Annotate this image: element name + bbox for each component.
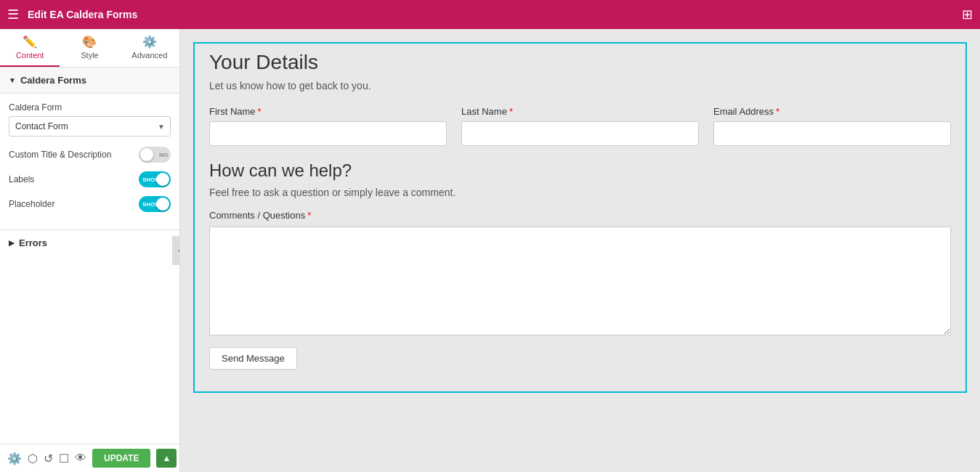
caldera-forms-section-content: Caldera Form Contact Form Another Form C… xyxy=(0,94,179,229)
custom-title-toggle-row: Custom Title & Description NO xyxy=(9,147,171,163)
first-name-label: First Name* xyxy=(209,106,447,117)
custom-title-label: Custom Title & Description xyxy=(9,150,111,160)
fields-row-top: First Name* Last Name* Email Address* xyxy=(209,106,951,146)
comments-textarea[interactable] xyxy=(209,227,951,335)
sidebar-tabs: ✏️ Content 🎨 Style ⚙️ Advanced xyxy=(0,29,179,68)
caldera-forms-section-title: Caldera Forms xyxy=(20,75,86,86)
content-icon: ✏️ xyxy=(23,35,37,49)
tab-style-label: Style xyxy=(81,51,98,60)
errors-section-title: Errors xyxy=(19,237,47,248)
email-required: * xyxy=(776,106,779,117)
labels-label: Labels xyxy=(9,174,34,184)
placeholder-toggle[interactable]: SHOW xyxy=(139,196,171,212)
labels-toggle[interactable]: SHOW xyxy=(139,171,171,187)
preview-icon[interactable]: 👁 xyxy=(75,452,86,465)
sidebar: ✏️ Content 🎨 Style ⚙️ Advanced ▼ Caldera… xyxy=(0,29,180,472)
first-name-group: First Name* xyxy=(209,106,447,146)
custom-title-toggle[interactable]: NO xyxy=(139,147,171,163)
comments-required: * xyxy=(307,210,311,221)
tab-advanced[interactable]: ⚙️ Advanced xyxy=(120,29,179,67)
last-name-group: Last Name* xyxy=(461,106,699,146)
hamburger-icon[interactable]: ☰ xyxy=(7,7,19,23)
email-label: Email Address* xyxy=(713,106,951,117)
last-name-label: Last Name* xyxy=(461,106,699,117)
last-name-input[interactable] xyxy=(461,121,699,146)
errors-section-header[interactable]: ▶ Errors xyxy=(0,229,179,256)
tab-advanced-label: Advanced xyxy=(131,51,167,60)
tab-content[interactable]: ✏️ Content xyxy=(0,29,60,67)
last-name-required: * xyxy=(509,106,513,117)
update-arrow-button[interactable]: ▲ xyxy=(156,449,177,468)
main-layout: ✏️ Content 🎨 Style ⚙️ Advanced ▼ Caldera… xyxy=(0,29,980,472)
your-details-title: Your Details xyxy=(209,51,951,74)
caldera-form-group: Caldera Form Contact Form Another Form xyxy=(9,102,171,137)
update-button[interactable]: UPDATE xyxy=(92,449,150,468)
labels-toggle-row: Labels SHOW xyxy=(9,171,171,187)
send-message-button[interactable]: Send Message xyxy=(209,347,297,370)
history-icon[interactable]: ↺ xyxy=(44,452,53,465)
caldera-form-select[interactable]: Contact Form Another Form xyxy=(9,116,171,137)
tab-style[interactable]: 🎨 Style xyxy=(60,29,119,67)
sidebar-collapse-handle[interactable]: ‹ xyxy=(172,236,180,265)
layers-icon[interactable]: ⬡ xyxy=(28,452,38,465)
settings-icon[interactable]: ⚙️ xyxy=(7,452,22,465)
collapse-arrow-icon: ▼ xyxy=(9,76,16,84)
first-name-required: * xyxy=(258,106,262,117)
top-bar: ☰ Edit EA Caldera Forms ⊞ xyxy=(0,0,980,29)
placeholder-toggle-row: Placeholder SHOW xyxy=(9,196,171,212)
custom-title-toggle-text: NO xyxy=(159,152,168,158)
sidebar-footer: ⚙️ ⬡ ↺ ☐ 👁 UPDATE ▲ xyxy=(0,444,179,472)
how-can-title: How can we help? xyxy=(209,160,951,181)
top-bar-title: Edit EA Caldera Forms xyxy=(28,9,953,20)
preview-area: Your Details Let us know how to get back… xyxy=(180,29,980,472)
your-details-description: Let us know how to get back to you. xyxy=(209,80,951,91)
comments-label: Comments / Questions* xyxy=(209,210,951,221)
caldera-form-select-wrapper: Contact Form Another Form xyxy=(9,116,171,137)
custom-title-toggle-knob xyxy=(140,148,153,161)
grid-icon[interactable]: ⊞ xyxy=(962,7,973,23)
labels-toggle-text: SHOW xyxy=(142,176,161,183)
first-name-input[interactable] xyxy=(209,121,447,146)
how-can-description: Feel free to ask a question or simply le… xyxy=(209,187,951,198)
placeholder-toggle-text: SHOW xyxy=(142,201,161,208)
email-group: Email Address* xyxy=(713,106,951,146)
errors-collapse-icon: ▶ xyxy=(9,239,15,247)
form-preview: Your Details Let us know how to get back… xyxy=(195,44,965,391)
style-icon: 🎨 xyxy=(82,35,97,49)
placeholder-label: Placeholder xyxy=(9,199,54,209)
caldera-forms-section-header[interactable]: ▼ Caldera Forms xyxy=(0,68,179,94)
caldera-form-label: Caldera Form xyxy=(9,102,171,113)
responsive-icon[interactable]: ☐ xyxy=(59,452,69,465)
tab-content-label: Content xyxy=(16,51,44,60)
advanced-icon: ⚙️ xyxy=(142,35,157,49)
email-input[interactable] xyxy=(713,121,951,146)
